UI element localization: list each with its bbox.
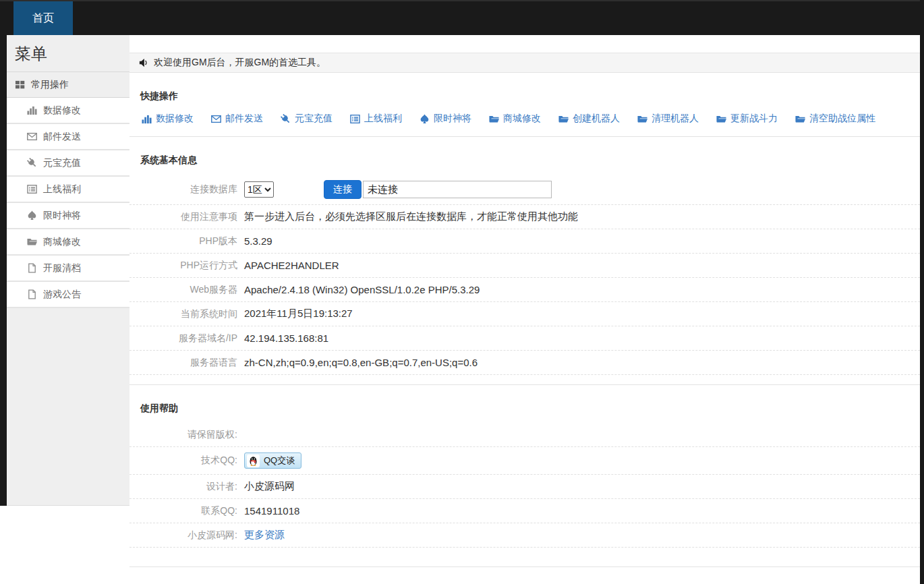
sidebar-item-label: 元宝充值: [43, 157, 81, 169]
row-value: 第一步进入后台，必须先选择区服后在连接数据库，才能正常使用其他功能: [244, 210, 578, 223]
row-value: Apache/2.4.18 (Win32) OpenSSL/1.0.2e PHP…: [244, 284, 480, 295]
row-keep-copyright: 请保留版权:: [129, 423, 920, 447]
main-content: 欢迎使用GM后台，开服GM的首选工具。 快捷操作 数据修改 邮件发送 元宝充值 …: [129, 35, 920, 584]
row-label: 使用注意事项: [129, 211, 244, 223]
row-label: 连接数据库: [129, 183, 244, 196]
quick-link-label: 元宝充值: [295, 113, 333, 125]
quick-link-label: 邮件发送: [225, 113, 263, 125]
quick-link-clear-assist-attrs[interactable]: 清空助战位属性: [795, 113, 875, 125]
row-web-server: Web服务器 Apache/2.4.18 (Win32) OpenSSL/1.0…: [129, 278, 920, 302]
help-table: 请保留版权: 技术QQ: QQ交谈 设计者: 小皮源码网 联系QQ: 15419…: [129, 423, 920, 548]
row-value: 小皮源码网: [244, 480, 295, 493]
folder-open-icon: [558, 114, 569, 124]
row-label: 当前系统时间: [129, 308, 244, 320]
row-source-site: 小皮源码网: 更多资源: [129, 523, 920, 548]
plug-icon: [27, 158, 37, 168]
sidebar-item-mail-send[interactable]: 邮件发送: [7, 124, 129, 150]
dark-edge-left: [0, 35, 7, 506]
system-info-table: 连接数据库 1区 连接 使用注意事项 第一步进入后台，必须先选择区服后在连接数据…: [129, 175, 920, 375]
row-usage-notes: 使用注意事项 第一步进入后台，必须先选择区服后在连接数据库，才能正常使用其他功能: [129, 205, 920, 229]
sidebar-menu: 数据修改 邮件发送 元宝充值 上线福利 限时神将 商城修改 开服清档 游戏公告: [7, 98, 129, 308]
quick-link-online-welfare[interactable]: 上线福利: [350, 113, 402, 125]
sidebar-section-label: 常用操作: [31, 79, 69, 91]
row-label: PHP版本: [129, 235, 244, 247]
folder-open-icon: [489, 114, 499, 124]
quick-link-data-modify[interactable]: 数据修改: [142, 113, 194, 125]
row-system-time: 当前系统时间 2021年11月5日19:13:27: [129, 302, 920, 326]
topbar: 首页: [0, 0, 924, 35]
row-value: 1541911018: [244, 505, 299, 517]
sidebar-item-label: 上线福利: [43, 183, 81, 196]
row-label: 技术QQ:: [129, 455, 244, 467]
row-value: 42.194.135.168:81: [244, 332, 328, 344]
quick-link-label: 更新战斗力: [730, 113, 778, 125]
sidebar-item-yuanbao-recharge[interactable]: 元宝充值: [7, 150, 129, 177]
row-label: PHP运行方式: [129, 260, 244, 272]
speaker-icon: [139, 58, 148, 67]
qq-chat-label: QQ交谈: [264, 455, 295, 467]
sidebar-item-data-modify[interactable]: 数据修改: [7, 98, 129, 124]
row-label: 请保留版权:: [129, 429, 244, 441]
row-label: 服务器语言: [129, 357, 244, 369]
sidebar-section-common-operations[interactable]: 常用操作: [7, 72, 129, 98]
quick-link-clean-robot[interactable]: 清理机器人: [637, 113, 699, 125]
quick-link-create-robot[interactable]: 创建机器人: [558, 113, 620, 125]
row-value: 5.3.29: [244, 235, 272, 247]
file-icon: [27, 289, 37, 299]
sidebar-item-limited-hero[interactable]: 限时神将: [7, 203, 129, 229]
quick-link-mail-send[interactable]: 邮件发送: [211, 113, 263, 125]
row-label: 服务器域名/IP: [129, 332, 244, 345]
row-tech-qq: 技术QQ: QQ交谈: [129, 447, 920, 475]
quick-operations-heading: 快捷操作: [140, 90, 920, 103]
scrollbar-track[interactable]: [920, 0, 924, 584]
notice-bar: 欢迎使用GM后台，开服GM的首选工具。: [129, 53, 920, 73]
chart-bars-icon: [142, 114, 152, 124]
quick-link-label: 上线福利: [364, 113, 402, 125]
row-label: 设计者:: [129, 481, 244, 493]
quick-link-update-combat-power[interactable]: 更新战斗力: [716, 113, 778, 125]
quick-link-label: 商城修改: [503, 113, 541, 125]
row-label: 小皮源码网:: [129, 529, 244, 542]
qq-penguin-icon: [247, 455, 260, 467]
row-value: zh-CN,zh;q=0.9,en;q=0.8,en-GB;q=0.7,en-U…: [244, 357, 478, 368]
file-icon: [27, 263, 37, 273]
sidebar-item-mall-modify[interactable]: 商城修改: [7, 229, 129, 256]
folder-open-icon: [27, 237, 37, 247]
sidebar-item-online-welfare[interactable]: 上线福利: [7, 177, 129, 203]
quick-link-mall-modify[interactable]: 商城修改: [489, 113, 541, 125]
row-value: 2021年11月5日19:13:27: [244, 308, 353, 320]
quick-link-label: 清空助战位属性: [809, 113, 875, 125]
grid-icon: [15, 80, 25, 90]
zone-select[interactable]: 1区: [244, 181, 274, 198]
row-php-sapi: PHP运行方式 APACHE2HANDLER: [129, 254, 920, 278]
list-icon: [27, 184, 37, 194]
row-label: Web服务器: [129, 284, 244, 296]
plug-icon: [281, 114, 291, 124]
envelope-icon: [27, 132, 37, 142]
row-designer: 设计者: 小皮源码网: [129, 475, 920, 499]
connection-status-input[interactable]: [363, 181, 552, 198]
sidebar-item-label: 开服清档: [43, 262, 81, 274]
list-icon: [350, 114, 360, 124]
sidebar-item-label: 数据修改: [43, 105, 81, 117]
connect-button[interactable]: 连接: [324, 180, 362, 199]
sidebar-title: 菜单: [7, 35, 129, 72]
quick-link-label: 清理机器人: [652, 113, 699, 125]
quick-link-yuanbao-recharge[interactable]: 元宝充值: [281, 113, 333, 125]
sidebar-item-label: 邮件发送: [43, 131, 81, 143]
row-php-version: PHP版本 5.3.29: [129, 229, 920, 254]
quick-link-limited-hero[interactable]: 限时神将: [420, 113, 471, 125]
folder-open-icon: [795, 114, 805, 124]
sidebar-item-server-wipe[interactable]: 开服清档: [7, 256, 129, 282]
sidebar-item-game-announcement[interactable]: 游戏公告: [7, 282, 129, 308]
sidebar-item-label: 商城修改: [43, 236, 81, 248]
help-heading: 使用帮助: [140, 403, 920, 415]
tab-home[interactable]: 首页: [13, 1, 73, 35]
more-resources-link[interactable]: 更多资源: [244, 529, 285, 542]
qq-chat-button[interactable]: QQ交谈: [244, 452, 301, 469]
divider: [129, 384, 920, 385]
folder-open-icon: [637, 114, 647, 124]
quick-link-label: 创建机器人: [573, 113, 620, 125]
spade-icon: [420, 114, 430, 124]
quick-link-label: 数据修改: [156, 113, 194, 125]
